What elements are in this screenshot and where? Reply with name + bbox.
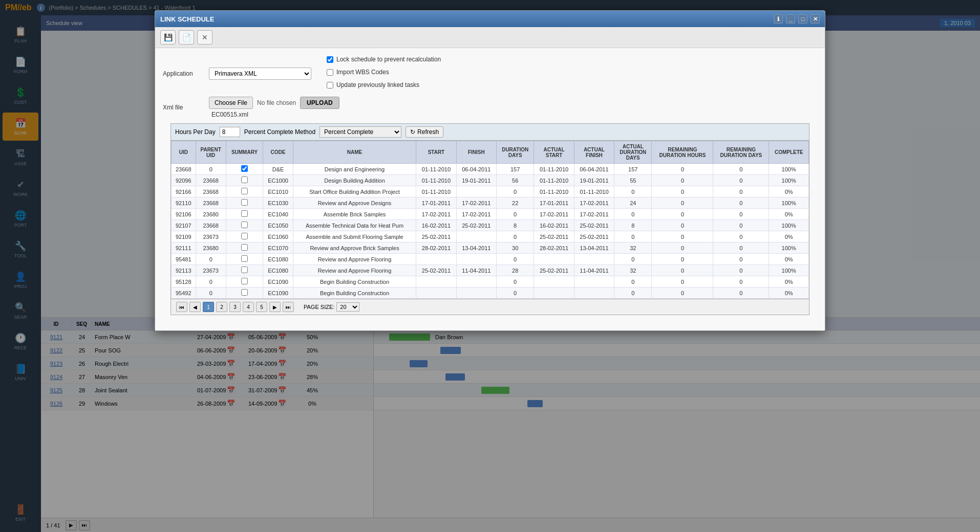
summary-checkbox[interactable] — [241, 233, 248, 239]
table-row: 9210623680EC1040Assemble Brick Samples17… — [172, 209, 809, 220]
col-complete: COMPLETE — [769, 141, 809, 164]
new-doc-icon: 📄 — [182, 33, 191, 41]
summary-checkbox[interactable] — [241, 210, 248, 217]
page-3-btn[interactable]: 3 — [229, 302, 241, 312]
summary-checkbox[interactable] — [241, 255, 248, 262]
table-row: 954810EC1080Review and Approve Flooring0… — [172, 254, 809, 265]
save-icon: 💾 — [164, 33, 173, 41]
table-row: 9209623668EC1000Design Building Addition… — [172, 175, 809, 186]
pct-method-label: Percent Complete Method — [244, 128, 315, 136]
application-label: Application — [163, 70, 204, 77]
update-tasks-row: Update previously linked tasks — [327, 81, 441, 88]
page-5-btn[interactable]: 5 — [256, 302, 267, 312]
refresh-icon: ↻ — [410, 128, 415, 136]
table-row: 9211323673EC1080Review and Approve Floor… — [172, 265, 809, 276]
table-row: 954920EC1090Begin Building Construction0… — [172, 287, 809, 299]
summary-checkbox[interactable] — [241, 188, 248, 194]
link-schedule-modal: LINK SCHEDULE ℹ _ □ ✕ 💾 📄 ✕ App — [155, 10, 825, 331]
page-next-btn[interactable]: ▶ — [269, 302, 281, 312]
table-row: 951280EC1090Begin Building Construction0… — [172, 276, 809, 287]
summary-checkbox[interactable] — [241, 199, 248, 206]
refresh-label: Refresh — [417, 128, 439, 136]
col-rem-duration-days: REMAININGDURATION DAYS — [713, 141, 769, 164]
refresh-button[interactable]: ↻ Refresh — [406, 126, 443, 138]
modal-minimize-btn[interactable]: _ — [786, 14, 795, 24]
modal-save-btn[interactable]: 💾 — [160, 30, 176, 45]
col-parent-uid: PARENTUID — [196, 141, 226, 164]
page-1-btn[interactable]: 1 — [203, 302, 214, 312]
summary-checkbox[interactable] — [241, 267, 248, 273]
choose-file-button[interactable]: Choose File — [209, 97, 253, 109]
page-size-select[interactable]: 20 50 100 — [336, 302, 359, 312]
col-uid: UID — [172, 141, 196, 164]
grid-area: Hours Per Day Percent Complete Method Pe… — [171, 123, 809, 315]
modal-titlebar: LINK SCHEDULE ℹ _ □ ✕ — [155, 11, 825, 27]
import-wbs-label: Import WBS Codes — [336, 69, 389, 76]
xml-file-label: Xml file — [163, 104, 204, 111]
modal-new-btn[interactable]: 📄 — [179, 30, 194, 45]
page-first-btn[interactable]: ⏮ — [176, 302, 187, 312]
col-duration-days: DURATIONDAYS — [497, 141, 534, 164]
summary-checkbox[interactable] — [241, 244, 248, 251]
page-last-btn[interactable]: ⏭ — [283, 302, 294, 312]
data-table: UID PARENTUID SUMMARY CODE NAME START FI… — [171, 141, 809, 299]
lock-schedule-label: Lock schedule to prevent recalculation — [336, 56, 441, 63]
col-summary: SUMMARY — [226, 141, 263, 164]
table-row: 9211023668EC1030Review and Approve Desig… — [172, 197, 809, 209]
no-file-text: No file chosen — [257, 99, 296, 106]
table-row: 236680D&EDesign and Engineering01-11-201… — [172, 164, 809, 175]
xml-file-row: Xml file Choose File No file chosen UPLO… — [163, 97, 817, 118]
grid-pagination: ⏮ ◀ 1 2 3 4 5 ▶ ⏭ PAGE SIZE: 20 50 100 — [171, 299, 809, 315]
modal-toolbar: 💾 📄 ✕ — [155, 27, 825, 48]
summary-checkbox[interactable] — [241, 221, 248, 228]
col-start: START — [416, 141, 456, 164]
col-finish: FINISH — [456, 141, 496, 164]
col-code: CODE — [263, 141, 293, 164]
pct-method-select[interactable]: Percent Complete Duration Units — [319, 126, 401, 138]
application-select[interactable]: Primavera XML MS Project Asta Powerproje… — [209, 68, 311, 80]
modal-info-btn[interactable]: ℹ — [774, 14, 783, 24]
file-row: Choose File No file chosen UPLOAD — [209, 97, 339, 109]
modal-restore-btn[interactable]: □ — [798, 14, 807, 24]
hours-per-day-label: Hours Per Day — [175, 128, 216, 136]
summary-checkbox[interactable] — [241, 176, 248, 183]
col-actual-duration-days: ACTUALDURATIONDAYS — [614, 141, 652, 164]
lock-schedule-row: Lock schedule to prevent recalculation — [327, 56, 441, 63]
summary-checkbox[interactable] — [241, 289, 248, 296]
modal-titlebar-controls: ℹ _ □ ✕ — [774, 14, 820, 24]
table-row: 9210723668EC1050Assemble Technical Data … — [172, 220, 809, 231]
file-name-display: EC00515.xml — [211, 111, 339, 118]
import-wbs-checkbox[interactable] — [327, 69, 333, 76]
summary-checkbox[interactable] — [241, 278, 248, 284]
table-row: 9216623668EC1010Start Office Building Ad… — [172, 186, 809, 197]
update-tasks-checkbox[interactable] — [327, 82, 333, 88]
table-row: 9210923673EC1060Assemble and Submit Floo… — [172, 231, 809, 242]
update-tasks-label: Update previously linked tasks — [336, 81, 419, 88]
cancel-icon: ✕ — [202, 33, 208, 41]
modal-close-btn[interactable]: ✕ — [811, 14, 820, 24]
upload-button[interactable]: UPLOAD — [300, 97, 339, 109]
modal-title: LINK SCHEDULE — [160, 15, 214, 23]
page-4-btn[interactable]: 4 — [243, 302, 254, 312]
page-size-label: PAGE SIZE: — [304, 304, 334, 310]
page-prev-btn[interactable]: ◀ — [189, 302, 201, 312]
col-actual-start: ACTUALSTART — [534, 141, 574, 164]
modal-body: Application Primavera XML MS Project Ast… — [155, 48, 825, 330]
import-wbs-row: Import WBS Codes — [327, 69, 441, 76]
summary-checkbox[interactable] — [241, 165, 248, 172]
table-row: 9211123680EC1070Review and Approve Brick… — [172, 242, 809, 254]
col-name: NAME — [293, 141, 416, 164]
hours-per-day-input[interactable] — [220, 127, 240, 137]
col-actual-finish: ACTUALFINISH — [574, 141, 614, 164]
data-table-container: UID PARENTUID SUMMARY CODE NAME START FI… — [171, 141, 809, 299]
application-row: Application Primavera XML MS Project Ast… — [163, 56, 817, 92]
lock-schedule-checkbox[interactable] — [327, 56, 333, 63]
modal-cancel-btn[interactable]: ✕ — [197, 30, 212, 45]
page-2-btn[interactable]: 2 — [216, 302, 227, 312]
modal-overlay: LINK SCHEDULE ℹ _ □ ✕ 💾 📄 ✕ App — [0, 0, 980, 532]
col-rem-duration-hours: REMAININGDURATION HOURS — [652, 141, 713, 164]
grid-controls: Hours Per Day Percent Complete Method Pe… — [171, 124, 809, 141]
